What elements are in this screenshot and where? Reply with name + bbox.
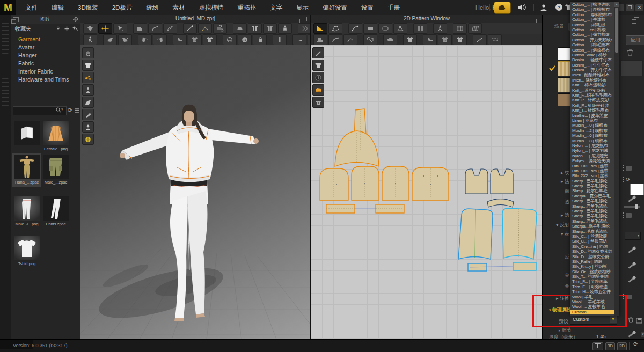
refresh-icon[interactable]: ⟳ bbox=[68, 107, 72, 114]
menu-item[interactable]: 缝纫 bbox=[139, 0, 165, 15]
tool-free-sewing[interactable] bbox=[163, 23, 177, 34]
library-nav-item[interactable]: Fabric bbox=[11, 60, 80, 68]
fabric-preset-option[interactable]: Sherp...巴羊毛涤纶 bbox=[570, 199, 614, 203]
fabric-preset-option[interactable]: Denim_... | 生牛仔布 bbox=[570, 63, 614, 68]
prop-row-texture[interactable]: ▸ 纹 bbox=[561, 170, 569, 177]
refresh-view-icon[interactable]: ⟳ bbox=[633, 341, 638, 348]
tool-layer-clone[interactable] bbox=[263, 23, 277, 34]
tool-shoe-pattern[interactable] bbox=[423, 34, 437, 45]
scrollbar-handle[interactable] bbox=[615, 8, 618, 53]
tool-buttonhole-lock[interactable] bbox=[253, 34, 267, 45]
tool-drape-a[interactable] bbox=[103, 34, 117, 45]
menu-item[interactable]: 2D板片 bbox=[105, 0, 140, 15]
apply-button[interactable]: 应用 bbox=[626, 35, 644, 45]
fabric-preset-option[interactable]: Wool_... 麦顿羊毛 bbox=[570, 304, 614, 309]
tool-free-sewing-2d[interactable] bbox=[328, 34, 342, 45]
slider-pin-icon[interactable] bbox=[628, 263, 635, 268]
fabric-preset-option[interactable]: Cotton_... | 斜纹棉布 bbox=[570, 48, 614, 53]
slider-pin-icon[interactable] bbox=[628, 196, 635, 202]
fabric-preset-option[interactable]: Sherpa...拖羊毛涤纶 bbox=[570, 224, 614, 229]
library-item-selected[interactable]: Hana_...zpac bbox=[14, 155, 40, 185]
delete-icon[interactable] bbox=[627, 48, 633, 58]
tool-show-shirt-2d[interactable] bbox=[312, 60, 324, 71]
fabric-preset-option[interactable]: Sherpa... 夏尔巴羊毛 bbox=[570, 194, 614, 199]
tool-pleats[interactable] bbox=[413, 23, 427, 34]
prop-row-normal[interactable]: ▸ 法 bbox=[561, 178, 569, 185]
2d-viewport[interactable] bbox=[311, 45, 543, 339]
add-to-library-icon[interactable] bbox=[55, 25, 62, 32]
tool-grading-grid-skew[interactable] bbox=[468, 23, 482, 34]
fabric-preset-option[interactable]: Nylon_... | 尼龙哑光 bbox=[570, 153, 614, 158]
menu-item[interactable]: 设置 bbox=[354, 0, 380, 15]
tool-fold-r[interactable] bbox=[153, 34, 167, 45]
tool-wind-controller[interactable] bbox=[213, 23, 227, 34]
library-nav-item[interactable]: Interior Fabric bbox=[11, 68, 80, 76]
tool-pattern-check-a[interactable] bbox=[438, 34, 452, 45]
fabric-preset-option[interactable]: Rib_1X1...sm | 丝带 bbox=[570, 168, 614, 173]
restore-button[interactable]: ❐ bbox=[626, 4, 634, 11]
tool-fold-l[interactable] bbox=[138, 34, 152, 45]
tool-polygon[interactable] bbox=[363, 23, 377, 34]
tool-simulate[interactable] bbox=[83, 23, 97, 34]
fabric-preset-option[interactable]: Sherp...巴羊毛涤纶 bbox=[570, 184, 614, 188]
tool-drape-b[interactable] bbox=[118, 34, 132, 45]
fabric-preset-option[interactable]: Cotton_... | 棉毛圈布 bbox=[570, 42, 614, 47]
fabric-preset-option[interactable]: Wool_... 羊毛羊绒 bbox=[570, 299, 614, 304]
tool-lock-pattern[interactable] bbox=[312, 97, 324, 108]
library-nav-item[interactable]: Avatar bbox=[11, 43, 80, 52]
tool-zipper[interactable] bbox=[273, 34, 287, 45]
tool-mn-sewing[interactable] bbox=[343, 34, 357, 45]
sound-button[interactable] bbox=[514, 2, 530, 13]
fabric-preset-option[interactable]: Silk_Kn...y | 丝织衫 bbox=[570, 264, 614, 269]
menu-item[interactable]: 编辑 bbox=[45, 0, 71, 15]
tool-avatar-pose[interactable] bbox=[83, 34, 97, 45]
fabric-preset-option[interactable]: Cotton_...en | 棉缎 bbox=[570, 27, 614, 32]
tool-particle-simulate[interactable] bbox=[82, 72, 94, 83]
split-view-button[interactable] bbox=[592, 342, 603, 350]
tab-scene[interactable]: 场景 bbox=[552, 23, 566, 31]
fabric-preset-option[interactable]: Knit_...造丝针织衫 bbox=[570, 88, 614, 93]
menu-item[interactable]: 重拓扑 bbox=[230, 0, 263, 15]
fabric-preset-option[interactable]: Cotton_... | 棉毛绒 bbox=[570, 23, 614, 27]
fabric-preset-option[interactable]: Nylon_... | 尼龙羽绒 bbox=[570, 148, 614, 153]
search-options-arrow[interactable]: ▾ bbox=[61, 107, 63, 112]
menu-item[interactable]: 显示 bbox=[289, 0, 316, 15]
tool-show-cloth[interactable] bbox=[82, 97, 94, 108]
slider-pin-icon[interactable] bbox=[628, 247, 635, 253]
tool-measure-line[interactable] bbox=[473, 34, 487, 45]
opacity-slot-icon[interactable] bbox=[623, 212, 632, 218]
scroll-down-arrow[interactable]: ▼ bbox=[641, 332, 644, 337]
normal-slot-icon[interactable]: ⟳ bbox=[623, 177, 630, 182]
fabric-preset-option[interactable]: Interl... 涤纶缎衬布 bbox=[570, 78, 614, 83]
tool-pen-style-line[interactable] bbox=[312, 47, 324, 58]
library-nav-item[interactable]: Hardware and Trims bbox=[11, 76, 80, 84]
tool-show-info[interactable] bbox=[312, 72, 324, 83]
fabric-preset-option[interactable]: Cotton_... | 弹力棉缎 bbox=[570, 32, 614, 37]
tool-trim-a[interactable] bbox=[292, 34, 306, 45]
fabric-preset-option[interactable]: Knit_T... 针织毛圈布 bbox=[570, 108, 614, 113]
popout-icon[interactable] bbox=[534, 17, 539, 21]
preset-combobox[interactable]: Custom ▼ bbox=[570, 315, 617, 325]
fabric-preset-option[interactable]: Silk_C... | 丝质雪纺 bbox=[570, 239, 614, 244]
tool-wind-globe[interactable] bbox=[82, 134, 94, 145]
dock-pin-icon[interactable] bbox=[73, 17, 78, 22]
fabric-preset-option[interactable]: Silk_D...丝绸双乔其纱 bbox=[570, 249, 614, 254]
3d-viewport[interactable] bbox=[80, 45, 310, 339]
add-folder-icon[interactable] bbox=[63, 25, 70, 32]
detail-section[interactable]: ▸ 细节 bbox=[559, 327, 572, 334]
fabric-preset-option[interactable]: Sherp...巴羊毛涤纶 bbox=[570, 209, 614, 214]
account-button[interactable] bbox=[536, 2, 552, 13]
menu-item[interactable]: 文件 bbox=[18, 0, 45, 15]
tool-edit-pattern[interactable] bbox=[328, 23, 342, 34]
tool-fold-arrangement[interactable] bbox=[198, 23, 212, 34]
fabric-preset-option[interactable]: Muslin_...8 | 细棉布 bbox=[570, 138, 614, 143]
fabric-preset-option[interactable]: Muslin_...0 | 细棉布 bbox=[570, 123, 614, 128]
fabric-preset-option[interactable]: Silk_D... 丝缎女公爵 bbox=[570, 254, 614, 259]
tool-pattern-check-b[interactable] bbox=[453, 34, 467, 45]
thickness-value[interactable]: 1.45 bbox=[596, 334, 606, 339]
view-mode-icon[interactable] bbox=[74, 107, 80, 113]
preset-delete-icon[interactable] bbox=[628, 316, 634, 325]
tool-trace-avatar[interactable] bbox=[433, 23, 447, 34]
fabric-preset-option[interactable]: Cotton_... | 棉华达呢 bbox=[570, 2, 614, 7]
tool-transform-pattern[interactable] bbox=[313, 23, 327, 34]
